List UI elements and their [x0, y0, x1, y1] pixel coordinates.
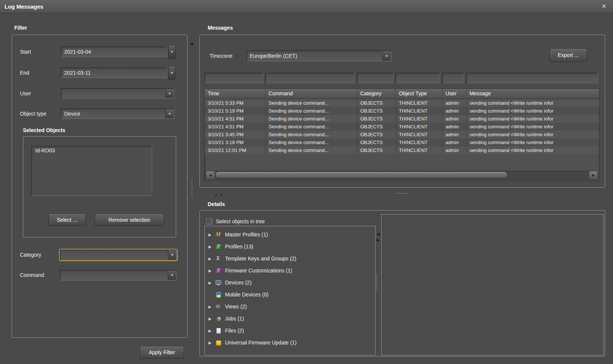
- tree-expand-icon[interactable]: ▶: [208, 305, 214, 309]
- tree-expand-icon[interactable]: ▶: [208, 245, 214, 249]
- messages-details-splitter-grip[interactable]: [396, 193, 408, 195]
- tree-item[interactable]: ▶Universal Firmware Update (1): [205, 337, 375, 349]
- table-row[interactable]: 3/10/21 12:01 PMSending device command..…: [205, 146, 599, 154]
- scrollbar-track[interactable]: [214, 171, 589, 179]
- tree-item[interactable]: ▶Devices (2): [205, 277, 375, 289]
- cell-category: OBJECTS: [357, 123, 396, 131]
- tree-item-label: Profiles (13): [225, 244, 253, 250]
- timezone-value: Europe/Berlin (CET): [247, 51, 391, 61]
- tree-item[interactable]: ▶Profiles (13): [205, 241, 375, 253]
- cell-user: admin: [442, 131, 467, 138]
- column-filter-input-category[interactable]: [357, 73, 394, 83]
- table-filter-row: [204, 73, 599, 83]
- scrollbar-thumb[interactable]: [215, 171, 507, 179]
- column-header-time[interactable]: Time: [205, 89, 266, 99]
- details-collapse-down-icon[interactable]: ▼: [219, 194, 222, 197]
- column-header-category[interactable]: Category: [357, 89, 396, 99]
- end-date-dropdown-icon[interactable]: ▼: [168, 66, 175, 80]
- cell-category: OBJECTS: [357, 131, 396, 138]
- cell-command: Sending device command...: [266, 99, 357, 107]
- column-header-object-type[interactable]: Object Type: [396, 89, 442, 99]
- tree-item[interactable]: ▶Files (2): [205, 325, 375, 337]
- remove-selection-button[interactable]: Remove selection: [95, 214, 164, 226]
- start-date-dropdown-icon[interactable]: ▼: [168, 45, 175, 59]
- titlebar[interactable]: Log Messages ×: [0, 0, 613, 13]
- universal-firmware-update-icon: [215, 340, 222, 346]
- details-section-label: Details: [208, 201, 225, 207]
- user-combobox[interactable]: ▼: [61, 88, 174, 99]
- tree-item[interactable]: ▶Views (2): [205, 301, 375, 313]
- category-dropdown-icon[interactable]: ▼: [168, 250, 176, 260]
- column-filter-input-user[interactable]: [442, 73, 464, 83]
- table-row[interactable]: 3/10/21 4:51 PMSending device command...…: [205, 123, 599, 131]
- select-objects-button[interactable]: Select ...: [48, 214, 86, 226]
- details-collapse-up-icon[interactable]: ▲: [214, 194, 217, 197]
- filter-splitter-grip[interactable]: [192, 179, 193, 197]
- object-type-combobox[interactable]: Device ▼: [61, 108, 174, 119]
- scroll-left-icon[interactable]: ◀: [206, 171, 214, 179]
- column-header-message[interactable]: Message: [467, 89, 598, 99]
- command-combobox[interactable]: ▼: [60, 270, 177, 281]
- end-date-field[interactable]: 2021-03-11: [61, 68, 167, 78]
- table-row[interactable]: 3/10/21 5:33 PMSending device command...…: [205, 99, 599, 107]
- views-icon: [215, 304, 222, 310]
- messages-hscrollbar[interactable]: ◀ ▶: [206, 171, 598, 179]
- tree-splitter-right-icon[interactable]: ▶: [377, 238, 380, 242]
- start-date-field[interactable]: 2021-03-04: [61, 47, 167, 57]
- cell-object-type: THINCLIENT: [396, 146, 442, 154]
- tree-expand-icon[interactable]: ▶: [208, 269, 214, 273]
- tree-expand-icon[interactable]: ▶: [208, 329, 214, 333]
- tree-expand-icon[interactable]: ▶: [208, 257, 214, 261]
- tree-item[interactable]: ▶Mobile Devices (0): [205, 289, 375, 301]
- object-type-dropdown-icon[interactable]: ▼: [165, 109, 174, 118]
- timezone-combobox[interactable]: Europe/Berlin (CET) ▼: [246, 50, 391, 62]
- tree-expand-icon[interactable]: ▶: [208, 281, 214, 285]
- table-row[interactable]: 3/10/21 3:18 PMSending device command...…: [205, 138, 599, 146]
- tree-splitter-left-icon[interactable]: ◀: [377, 232, 380, 236]
- tree-expand-icon[interactable]: ▶: [208, 341, 214, 345]
- apply-filter-button[interactable]: Apply Filter: [140, 346, 184, 359]
- filter-cell-user: [442, 73, 466, 83]
- tree-splitter-grip[interactable]: [376, 274, 378, 291]
- filter-splitter-collapse-icon[interactable]: ◀: [190, 42, 193, 46]
- column-filter-input-time[interactable]: [204, 73, 263, 83]
- cell-message: sending command <Write runtime infor: [467, 138, 598, 146]
- cell-message: sending command <Write runtime infor: [467, 99, 598, 107]
- close-icon[interactable]: ×: [602, 2, 606, 11]
- timezone-dropdown-icon[interactable]: ▼: [382, 51, 391, 61]
- table-row[interactable]: 3/10/21 4:51 PMSending device command...…: [205, 115, 599, 123]
- user-dropdown-icon[interactable]: ▼: [165, 89, 174, 98]
- firmware-customizations-icon: [215, 268, 222, 274]
- column-filter-input-message[interactable]: [466, 73, 598, 83]
- column-filter-input-object-type[interactable]: [396, 73, 440, 83]
- export-button[interactable]: Export ...: [550, 48, 587, 62]
- cell-category: OBJECTS: [357, 107, 396, 115]
- tree-item[interactable]: ▶Jobs (1): [205, 313, 375, 325]
- category-label: Category: [20, 250, 41, 260]
- cell-command: Sending device command...: [266, 146, 357, 154]
- column-filter-input-command[interactable]: [265, 73, 355, 83]
- detail-text-pane[interactable]: [381, 214, 604, 355]
- selected-object-item[interactable]: td-RD03: [32, 146, 152, 155]
- details-tree: ▶Master Profiles (1)▶Profiles (13)▶Templ…: [204, 226, 376, 355]
- command-dropdown-icon[interactable]: ▼: [168, 271, 176, 280]
- scroll-right-icon[interactable]: ▶: [589, 171, 598, 179]
- cell-time: 3/10/21 3:18 PM: [205, 138, 266, 146]
- tree-item[interactable]: ▶Master Profiles (1): [205, 229, 375, 241]
- tree-expand-icon[interactable]: ▶: [208, 317, 214, 321]
- tree-item[interactable]: ▶Firmware Customizations (1): [205, 265, 375, 277]
- column-header-user[interactable]: User: [442, 89, 467, 99]
- filter-cell-message: [466, 73, 598, 83]
- cell-time: 3/10/21 4:51 PM: [205, 123, 266, 131]
- tree-expand-icon[interactable]: ▶: [208, 233, 214, 237]
- tree-item[interactable]: ▶Template Keys and Groups (2): [205, 253, 375, 265]
- tree-item-label: Files (2): [225, 328, 244, 334]
- select-objects-in-tree-checkbox[interactable]: [206, 218, 212, 224]
- table-row[interactable]: 3/10/21 5:19 PMSending device command...…: [205, 107, 599, 115]
- column-header-command[interactable]: Command: [266, 89, 357, 99]
- table-row[interactable]: 3/10/21 3:45 PMSending device command...…: [205, 131, 599, 138]
- selected-objects-list[interactable]: td-RD03: [31, 146, 152, 196]
- end-label: End: [20, 68, 29, 78]
- category-combobox[interactable]: ▼: [60, 250, 177, 260]
- cell-time: 3/10/21 3:45 PM: [205, 131, 266, 138]
